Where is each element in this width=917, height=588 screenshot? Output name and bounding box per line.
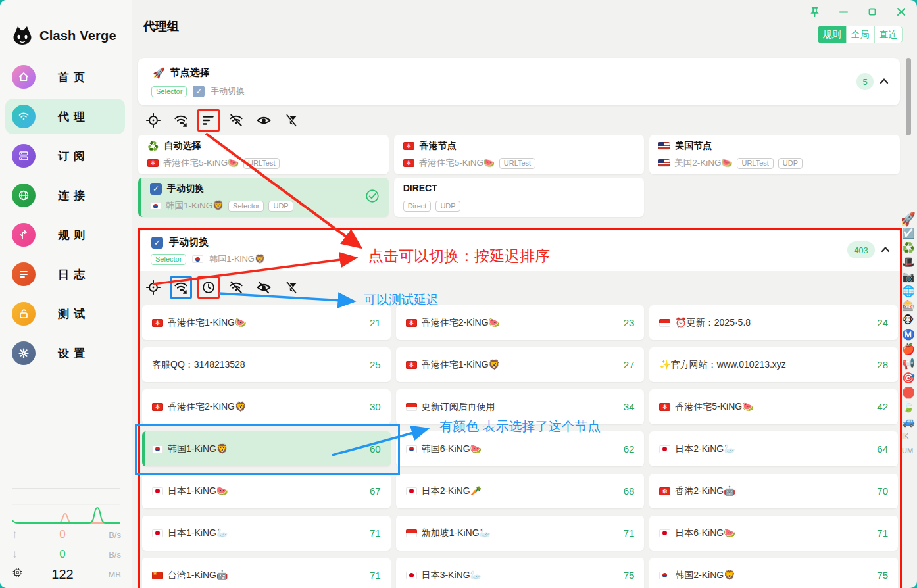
proxy-node[interactable]: 新加坡1-KiNG🦢71 xyxy=(396,516,645,551)
card-title: 美国节点 xyxy=(675,140,712,152)
minimize-icon[interactable] xyxy=(837,5,850,18)
proxy-node[interactable]: 日本1-KiNG🦢71 xyxy=(142,516,391,551)
upload-stat: ↑ 0 B/s xyxy=(12,526,121,543)
group-card-manual[interactable]: ✓ 手动切换 Selector 韩国1-KiNG🦁 403 xyxy=(140,230,900,271)
sidebar-item-settings[interactable]: 设置 xyxy=(5,335,125,371)
filter-off-icon[interactable] xyxy=(280,276,303,299)
node-label: 韩国1-KiNG🦁 xyxy=(168,443,228,455)
wifi-off-icon[interactable] xyxy=(225,109,247,132)
node-name: 韩国2-KiNG🦁 xyxy=(659,570,735,581)
proxy-node[interactable]: 香港住宅1-KiNG🦁27 xyxy=(396,347,645,382)
proxy-node[interactable]: 台湾1-KiNG🤖71 xyxy=(142,558,391,588)
filter-off-icon[interactable] xyxy=(280,109,303,132)
eye-icon[interactable] xyxy=(253,109,275,132)
sidebar-item-rules[interactable]: 规则 xyxy=(5,217,125,253)
proxy-group-card[interactable]: DIRECTDirectUDP xyxy=(394,178,645,217)
proxy-node[interactable]: 日本2-KiNG🥕68 xyxy=(396,474,645,508)
sidebar-item-test[interactable]: 测试 xyxy=(5,296,125,331)
sidebar-item-label: 首页 xyxy=(58,70,89,85)
delay-check-icon[interactable] xyxy=(170,109,192,132)
jp-flag-icon xyxy=(152,529,163,537)
node-latency: 75 xyxy=(877,570,888,581)
memory-stat[interactable]: 122 MB xyxy=(12,566,121,583)
group-card-selector[interactable]: 🚀 节点选择 Selector ✓ 手动切换 5 xyxy=(138,58,900,105)
desktop-icon: ♻️ xyxy=(902,241,917,255)
proxy-node[interactable]: 日本3-KiNG🦢75 xyxy=(396,558,645,588)
chip-UDP: UDP xyxy=(778,158,803,169)
cn-flag-icon xyxy=(152,572,163,579)
desktop-icon: Ⓜ️ xyxy=(902,328,917,342)
proxy-node[interactable]: 香港住宅1-KiNG🍉21 xyxy=(142,305,391,340)
node-name: 日本1-KiNG🍉 xyxy=(152,485,228,497)
proxy-node[interactable]: ✨官方网站：www.010213.xyz28 xyxy=(649,347,898,382)
clash-verge-window: Clash Verge 首页代理订阅连接规则日志测试设置 ↑ 0 B/s ↓ 0… xyxy=(0,0,917,588)
chip-URLTest: URLTest xyxy=(243,158,280,169)
proxy-group-card[interactable]: ✓手动切换韩国1-KiNG🦁SelectorUDP xyxy=(138,178,389,217)
mode-tab-直连[interactable]: 直连 xyxy=(874,26,903,43)
manual-group-toolbar xyxy=(142,276,303,299)
pin-icon[interactable] xyxy=(808,5,821,18)
sidebar-item-proxy[interactable]: 代理 xyxy=(5,99,125,134)
download-arrow-icon: ↓ xyxy=(12,548,29,561)
card-subtitle-row: DirectUDP xyxy=(403,201,635,212)
proxy-node[interactable]: ⏰更新：2025·5.824 xyxy=(649,305,898,340)
proxy-node[interactable]: 香港住宅2-KiNG🦁30 xyxy=(142,389,391,424)
sort-icon[interactable] xyxy=(197,109,220,132)
sidebar-item-logs[interactable]: 日志 xyxy=(5,257,125,292)
kr-flag-icon xyxy=(152,445,163,453)
proxy-node[interactable]: 香港2-KiNG🤖70 xyxy=(649,474,898,508)
proxy-node[interactable]: 日本1-KiNG🍉67 xyxy=(142,474,391,508)
memory-unit: MB xyxy=(96,570,121,579)
jp-flag-icon xyxy=(659,529,670,537)
proxy-group-card[interactable]: 美国节点美国2-KiNG🍉URLTestUDP xyxy=(649,135,900,174)
desktop-icon: 🎯 xyxy=(902,371,917,385)
clock-icon[interactable] xyxy=(197,276,220,299)
chip-URLTest: URLTest xyxy=(499,158,535,169)
proxy-node[interactable]: 日本2-KiNG🦢64 xyxy=(649,431,898,466)
selected-check-icon xyxy=(365,189,380,206)
node-label: 新加坡1-KiNG🦢 xyxy=(422,527,491,539)
wifi-off-icon[interactable] xyxy=(225,276,247,299)
locate-icon[interactable] xyxy=(142,109,164,132)
sidebar-item-profiles[interactable]: 订阅 xyxy=(5,138,125,174)
proxy-node[interactable]: 客服QQ：314821352825 xyxy=(142,347,391,382)
sidebar-item-home[interactable]: 首页 xyxy=(5,59,125,95)
node-label: 香港住宅1-KiNG🍉 xyxy=(168,317,246,329)
eye-off-icon[interactable] xyxy=(253,276,275,299)
group-count-badge: 5 xyxy=(856,73,874,90)
node-name: 新加坡1-KiNG🦢 xyxy=(406,527,491,539)
locate-icon[interactable] xyxy=(142,276,164,299)
collapse-chevron-icon[interactable] xyxy=(878,75,891,91)
hk-flag-icon xyxy=(406,319,417,327)
group-checkbox-icon[interactable]: ✓ xyxy=(151,237,163,249)
proxy-node[interactable]: 日本6-KiNG🍉71 xyxy=(649,516,898,551)
checkbox-icon[interactable]: ✓ xyxy=(150,183,162,195)
proxy-node[interactable]: 韩国6-KiNG🍉62 xyxy=(396,431,645,466)
proxy-node[interactable]: 香港住宅2-KiNG🍉23 xyxy=(396,305,645,340)
group-current: 韩国1-KiNG🦁 xyxy=(209,253,265,265)
chip-UDP: UDP xyxy=(268,201,293,212)
kr-flag-icon xyxy=(659,572,670,579)
node-latency: 62 xyxy=(624,443,635,454)
mode-tab-全局[interactable]: 全局 xyxy=(846,26,874,43)
download-unit: B/s xyxy=(96,550,121,560)
node-name: 日本3-KiNG🦢 xyxy=(406,570,482,581)
proxy-node[interactable]: 香港住宅5-KiNG🍉42 xyxy=(649,389,898,424)
sidebar-item-connections[interactable]: 连接 xyxy=(5,178,125,213)
collapse-chevron-icon[interactable] xyxy=(879,243,892,259)
close-icon[interactable] xyxy=(895,5,908,18)
scrollbar-thumb[interactable] xyxy=(906,58,911,135)
current-node: 香港住宅5-KiNG🍉 xyxy=(419,157,495,169)
node-name: ⏰更新：2025·5.8 xyxy=(659,317,751,329)
proxy-node[interactable]: 韩国2-KiNG🦁75 xyxy=(649,558,898,588)
mode-tab-规则[interactable]: 规则 xyxy=(818,26,846,43)
desktop-icon: 🎰 xyxy=(902,299,917,313)
delay-check-icon[interactable] xyxy=(170,276,192,299)
proxy-group-card[interactable]: 香港节点香港住宅5-KiNG🍉URLTest xyxy=(394,135,645,174)
download-stat: ↓ 0 B/s xyxy=(12,546,121,563)
maximize-icon[interactable] xyxy=(866,5,879,18)
proxy-node[interactable]: 更新订阅后再使用34 xyxy=(396,389,645,424)
sidebar-item-label: 连接 xyxy=(58,188,89,203)
proxy-node[interactable]: 韩国1-KiNG🦁60 xyxy=(142,431,391,466)
proxy-group-card[interactable]: ♻️自动选择香港住宅5-KiNG🍉URLTest xyxy=(138,135,389,174)
